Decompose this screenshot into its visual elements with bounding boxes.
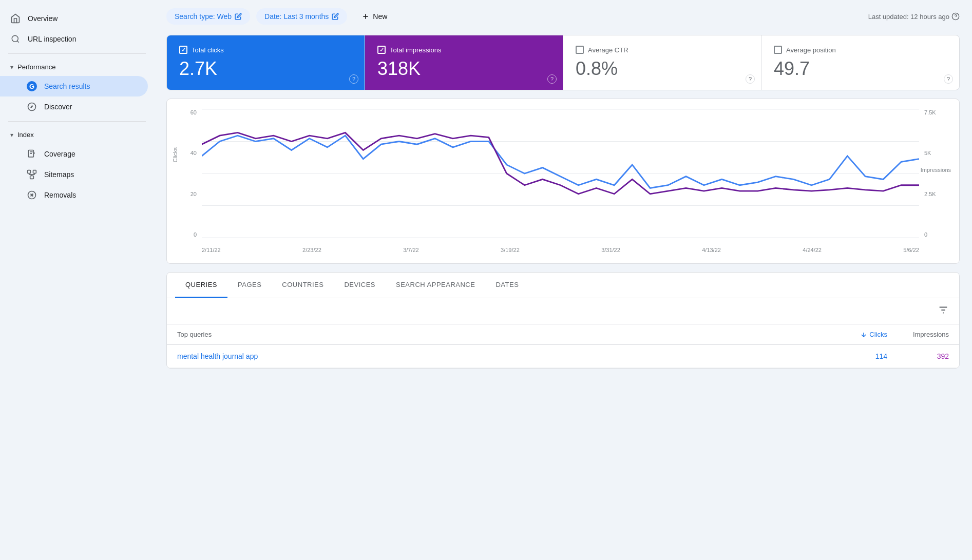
table-header-row: Top queries Clicks Impressions xyxy=(167,324,959,345)
plus-icon xyxy=(361,12,370,21)
sidebar-item-sitemaps-label: Sitemaps xyxy=(44,170,74,179)
avg-position-value: 49.7 xyxy=(774,58,947,80)
avg-ctr-label: Average CTR xyxy=(576,46,749,54)
svg-rect-6 xyxy=(30,176,34,179)
impressions-help-icon[interactable]: ? xyxy=(547,74,557,84)
metric-total-impressions[interactable]: Total impressions 318K ? xyxy=(365,35,563,90)
metric-avg-position[interactable]: Average position 49.7 ? xyxy=(761,35,959,90)
topbar: Search type: Web Date: Last 3 months xyxy=(166,8,960,25)
edit-icon-2 xyxy=(332,13,339,20)
metric-avg-ctr[interactable]: Average CTR 0.8% ? xyxy=(563,35,761,90)
total-impressions-value: 318K xyxy=(377,58,550,80)
sidebar-item-overview-label: Overview xyxy=(28,14,58,23)
clicks-help-icon[interactable]: ? xyxy=(349,74,358,84)
filter-button[interactable] xyxy=(938,304,949,318)
chart-y-axis-right: 7.5K 5K 2.5K 0 xyxy=(921,109,947,238)
chart-y-axis-left: 60 40 20 0 xyxy=(179,109,200,238)
tab-queries[interactable]: QUERIES xyxy=(175,273,227,298)
search-type-label: Search type: Web xyxy=(175,12,232,21)
removals-icon xyxy=(27,190,37,200)
table-filter-row xyxy=(167,298,959,324)
new-button-label: New xyxy=(373,12,387,21)
sitemaps-icon xyxy=(27,169,37,180)
performance-section-label: Performance xyxy=(17,63,55,71)
chart-svg xyxy=(202,109,919,238)
ctr-checkbox[interactable] xyxy=(576,46,584,54)
tab-dates[interactable]: DATES xyxy=(485,273,529,298)
sidebar-item-sitemaps[interactable]: Sitemaps xyxy=(0,164,148,185)
sidebar-item-search-results-label: Search results xyxy=(44,82,90,90)
chevron-down-icon: ▾ xyxy=(10,64,13,71)
sidebar-divider-2 xyxy=(8,121,146,122)
sidebar-item-discover-label: Discover xyxy=(44,103,72,111)
chart-x-labels: 2/11/22 2/23/22 3/7/22 3/19/22 3/31/22 4… xyxy=(202,241,919,253)
date-filter-label: Date: Last 3 months xyxy=(264,12,329,21)
last-updated: Last updated: 12 hours ago xyxy=(868,12,960,21)
total-clicks-label: Total clicks xyxy=(179,46,352,54)
sidebar-item-url-inspection-label: URL inspection xyxy=(28,35,76,43)
col-header-query: Top queries xyxy=(177,331,826,338)
avg-ctr-value: 0.8% xyxy=(576,58,749,80)
date-filter[interactable]: Date: Last 3 months xyxy=(256,8,347,25)
chevron-down-icon-2: ▾ xyxy=(10,131,13,139)
sort-down-icon xyxy=(860,331,867,338)
main-content: Search type: Web Date: Last 3 months xyxy=(154,0,972,560)
home-icon xyxy=(10,13,21,24)
sidebar-section-performance[interactable]: ▾ Performance xyxy=(0,58,154,76)
tab-search-appearance[interactable]: SEARCH APPEARANCE xyxy=(386,273,485,298)
sidebar-item-overview[interactable]: Overview xyxy=(0,8,148,29)
y-left-label: Clicks xyxy=(172,147,178,162)
avg-position-label: Average position xyxy=(774,46,947,54)
sidebar-item-search-results[interactable]: G Search results xyxy=(0,76,148,96)
total-impressions-label: Total impressions xyxy=(377,46,550,54)
impressions-value: 392 xyxy=(887,352,949,360)
query-text: mental health journal app xyxy=(177,352,826,360)
search-type-filter[interactable]: Search type: Web xyxy=(166,8,250,25)
svg-line-1 xyxy=(17,41,18,42)
tab-devices[interactable]: DEVICES xyxy=(334,273,386,298)
sidebar-item-removals[interactable]: Removals xyxy=(0,185,148,205)
tabs-card: QUERIES PAGES COUNTRIES DEVICES SEARCH A… xyxy=(166,272,960,369)
sidebar-item-removals-label: Removals xyxy=(44,191,76,199)
search-icon xyxy=(10,34,21,44)
edit-icon xyxy=(235,13,242,20)
sidebar-section-index[interactable]: ▾ Index xyxy=(0,126,154,144)
col-header-clicks[interactable]: Clicks xyxy=(826,331,887,338)
help-icon xyxy=(951,12,960,21)
svg-rect-4 xyxy=(28,170,31,173)
total-clicks-value: 2.7K xyxy=(179,58,352,80)
discover-icon xyxy=(27,102,37,112)
sidebar-divider-1 xyxy=(8,53,146,54)
new-button[interactable]: New xyxy=(353,8,395,25)
table-row[interactable]: mental health journal app 114 392 xyxy=(167,345,959,368)
impressions-checkbox[interactable] xyxy=(377,46,386,54)
sidebar-item-discover[interactable]: Discover xyxy=(0,96,148,117)
chart-area: Clicks Impressions 60 40 20 0 7.5K 5K 2.… xyxy=(179,109,947,253)
svg-rect-5 xyxy=(33,170,36,173)
google-g-icon: G xyxy=(27,81,37,91)
svg-point-0 xyxy=(12,35,18,42)
last-updated-text: Last updated: 12 hours ago xyxy=(868,13,949,21)
sidebar-item-coverage-label: Coverage xyxy=(44,150,75,158)
metrics-row: Total clicks 2.7K ? Total impressions 31… xyxy=(166,35,960,90)
ctr-help-icon[interactable]: ? xyxy=(746,74,755,84)
sidebar: Overview URL inspection ▾ Performance G … xyxy=(0,0,154,560)
sidebar-item-url-inspection[interactable]: URL inspection xyxy=(0,29,148,49)
chart-card: Clicks Impressions 60 40 20 0 7.5K 5K 2.… xyxy=(166,99,960,264)
index-section-label: Index xyxy=(17,131,34,139)
tabs-header: QUERIES PAGES COUNTRIES DEVICES SEARCH A… xyxy=(167,273,959,298)
clicks-checkbox[interactable] xyxy=(179,46,187,54)
topbar-left: Search type: Web Date: Last 3 months xyxy=(166,8,395,25)
position-help-icon[interactable]: ? xyxy=(944,74,953,84)
tab-countries[interactable]: COUNTRIES xyxy=(272,273,334,298)
position-checkbox[interactable] xyxy=(774,46,782,54)
col-header-impressions: Impressions xyxy=(887,331,949,338)
sidebar-item-coverage[interactable]: Coverage xyxy=(0,144,148,164)
tab-pages[interactable]: PAGES xyxy=(227,273,272,298)
clicks-value: 114 xyxy=(826,352,887,360)
metric-total-clicks[interactable]: Total clicks 2.7K ? xyxy=(167,35,365,90)
coverage-icon xyxy=(27,149,37,159)
